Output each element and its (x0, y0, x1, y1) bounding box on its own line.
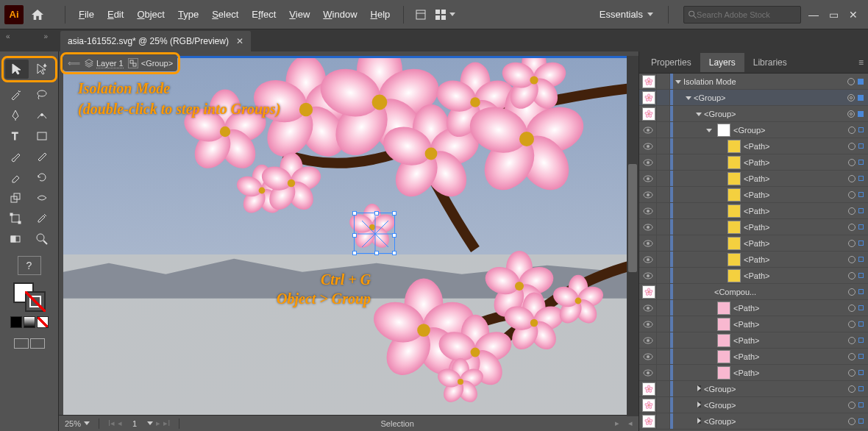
artboard-last[interactable]: ▸I (163, 418, 170, 428)
artboard-next[interactable]: ▸ (156, 418, 160, 428)
direct-selection-tool[interactable]: + (30, 60, 54, 79)
document-tab[interactable]: asia-161552.svg* @ 25% (RGB/Preview) ✕ (60, 31, 251, 51)
workspace-switcher[interactable]: Essentials (592, 6, 661, 23)
layer-row[interactable]: <Path> (639, 252, 868, 268)
rotate-tool[interactable] (30, 168, 54, 187)
none-mode[interactable] (37, 316, 49, 328)
artboard-first[interactable]: I◂ (108, 418, 115, 428)
visibility-toggle[interactable] (639, 171, 657, 186)
visibility-toggle[interactable] (639, 332, 657, 348)
tab-close-button[interactable]: ✕ (236, 36, 243, 46)
lock-column[interactable] (657, 413, 670, 429)
selection-indicator[interactable] (858, 305, 864, 310)
layer-name[interactable]: <Compou... (714, 288, 848, 296)
target-icon[interactable] (848, 224, 855, 231)
lock-column[interactable] (657, 154, 670, 170)
layer-row[interactable]: <Path> (639, 154, 868, 171)
scale-tool[interactable] (4, 188, 27, 207)
selection-indicator[interactable] (858, 273, 864, 278)
selection-indicator[interactable] (858, 289, 864, 294)
selection-bounding-box[interactable] (354, 213, 395, 254)
layer-name[interactable]: <Path> (733, 304, 848, 313)
selection-indicator[interactable] (858, 160, 864, 165)
lock-column[interactable] (657, 268, 670, 283)
lock-column[interactable] (657, 187, 670, 202)
panel-tab-layers[interactable]: Layers (700, 53, 744, 72)
search-stock-input[interactable] (697, 10, 796, 19)
gradient-tool[interactable] (4, 229, 27, 249)
layer-row[interactable]: <Path> (639, 332, 868, 349)
menu-window[interactable]: Window (317, 6, 363, 23)
paintbrush-tool[interactable] (4, 147, 27, 166)
layer-row[interactable]: Isolation Mode (639, 74, 868, 90)
type-tool[interactable]: T (4, 127, 27, 146)
artboard-number[interactable]: 1 (125, 419, 144, 428)
selection-indicator[interactable] (858, 208, 864, 213)
visibility-toggle[interactable] (639, 219, 657, 235)
layer-row[interactable]: <Group> (639, 106, 868, 122)
visibility-toggle[interactable] (639, 268, 657, 283)
layer-name[interactable]: <Group> (704, 401, 848, 410)
layer-name[interactable]: <Group> (704, 110, 847, 118)
status-nav-prev[interactable]: ▸ (615, 418, 619, 428)
target-icon[interactable] (848, 240, 855, 247)
layer-row[interactable]: <Path> (639, 138, 868, 154)
target-icon[interactable] (848, 127, 855, 134)
target-icon[interactable] (848, 385, 855, 393)
eraser-tool[interactable] (4, 168, 27, 187)
visibility-toggle[interactable] (639, 187, 657, 202)
menu-select[interactable]: Select (206, 6, 244, 23)
lock-column[interactable] (657, 365, 670, 380)
zoom-tool[interactable] (30, 229, 54, 249)
lock-column[interactable] (657, 284, 670, 299)
panel-tab-libraries[interactable]: Libraries (744, 53, 796, 72)
visibility-toggle[interactable] (639, 122, 657, 138)
disclosure-triangle[interactable] (694, 385, 704, 393)
visibility-toggle[interactable] (639, 154, 657, 170)
layer-name[interactable]: <Path> (744, 190, 848, 199)
layer-row[interactable]: <Path> (639, 219, 868, 235)
layer-name[interactable]: <Path> (744, 223, 848, 232)
layer-row[interactable]: <Path> (639, 349, 868, 365)
layer-row[interactable]: <Group> (639, 122, 868, 138)
arrange-documents-dropdown[interactable] (435, 9, 455, 21)
menu-object[interactable]: Object (131, 6, 171, 23)
lock-column[interactable] (657, 235, 670, 251)
target-icon[interactable] (848, 402, 855, 409)
lock-column[interactable] (657, 219, 670, 235)
chevron-down-icon[interactable] (147, 421, 153, 425)
selection-indicator[interactable] (858, 338, 864, 343)
selection-indicator[interactable] (858, 321, 864, 327)
disclosure-triangle[interactable] (683, 94, 694, 101)
selection-indicator[interactable] (858, 418, 864, 424)
status-nav-next[interactable]: ◂ (628, 418, 633, 428)
isolation-back-button[interactable]: ⟸ (68, 58, 80, 68)
menu-view[interactable]: View (283, 6, 316, 23)
selection-indicator[interactable] (858, 257, 864, 262)
layer-name[interactable]: <Path> (744, 255, 848, 264)
color-mode[interactable] (10, 316, 22, 328)
layer-row[interactable]: <Path> (639, 268, 868, 284)
disclosure-triangle[interactable] (704, 127, 714, 134)
lock-column[interactable] (657, 74, 670, 89)
isolation-crumb-group[interactable]: <Group> (128, 58, 173, 68)
target-icon[interactable] (848, 256, 855, 263)
target-icon[interactable] (847, 94, 855, 101)
lock-column[interactable] (657, 397, 670, 413)
layer-name[interactable]: <Path> (733, 336, 848, 345)
layer-row[interactable]: <Group> (639, 90, 868, 106)
artboard-canvas[interactable]: Isolation Mode (double-click to step int… (63, 56, 633, 415)
visibility-toggle[interactable] (639, 138, 657, 154)
layer-row[interactable]: <Path> (639, 365, 868, 381)
target-icon[interactable] (848, 418, 855, 425)
visibility-toggle[interactable] (639, 252, 657, 267)
collapse-right-icon[interactable]: » (44, 32, 49, 40)
lock-column[interactable] (657, 332, 670, 348)
pen-tool[interactable] (4, 106, 27, 125)
menu-help[interactable]: Help (365, 6, 396, 23)
selection-tool[interactable] (5, 60, 29, 79)
layer-name[interactable]: <Path> (744, 207, 848, 215)
menu-type[interactable]: Type (172, 6, 204, 23)
layer-row[interactable]: <Path> (639, 203, 868, 219)
search-stock[interactable] (683, 6, 801, 24)
